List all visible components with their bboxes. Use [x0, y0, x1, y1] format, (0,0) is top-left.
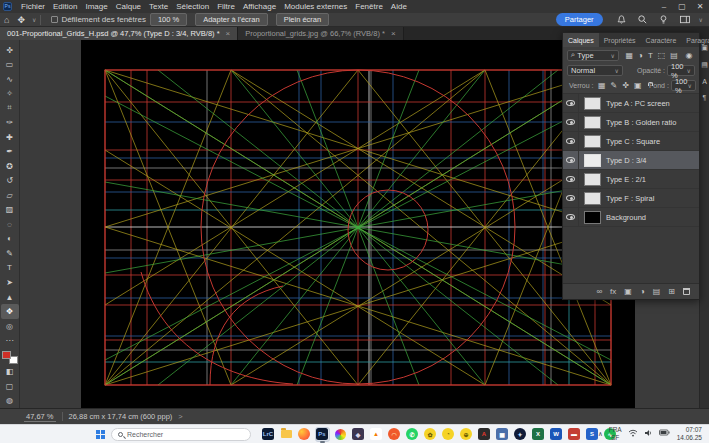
workspace-switcher-icon[interactable] [679, 14, 691, 25]
quick-mask-icon[interactable]: ◧ [1, 364, 19, 379]
link-layers-icon[interactable]: ∞ [596, 287, 602, 296]
layer-row[interactable]: Type D : 3/4 [563, 151, 699, 170]
lock-icon-0[interactable]: ▦ [598, 81, 606, 90]
menu-s-lection[interactable]: Sélection [172, 2, 213, 11]
layer-visibility-toggle[interactable] [563, 132, 579, 150]
panel-tab-propri-t-s[interactable]: Propriétés [599, 33, 641, 47]
fullscreen-button[interactable]: Plein écran [276, 13, 330, 26]
adjustment-layer-icon[interactable]: ◑ [640, 287, 645, 296]
app-explorer[interactable] [279, 427, 294, 442]
menu-calque[interactable]: Calque [112, 2, 145, 11]
app-vlc[interactable]: ▲ [369, 427, 384, 442]
layer-row[interactable]: Background [563, 208, 699, 227]
lock-icon-3[interactable]: ▣ [634, 81, 642, 90]
blend-mode-select[interactable]: Normal ∨ [567, 65, 623, 76]
app-dark-sphere[interactable]: ✦ [513, 427, 528, 442]
tab-close-icon[interactable]: × [226, 29, 231, 38]
search-icon[interactable] [637, 14, 648, 25]
layer-thumbnail[interactable] [584, 154, 601, 167]
layer-thumbnail[interactable] [584, 97, 601, 110]
panel-tab-caract-re[interactable]: Caractère [641, 33, 682, 47]
document-canvas[interactable] [81, 40, 635, 408]
app-firefox[interactable] [297, 427, 312, 442]
battery-icon[interactable] [659, 429, 670, 437]
path-selection-tool[interactable]: ➤ [1, 275, 19, 290]
app-acrobat[interactable]: A [477, 427, 492, 442]
layer-thumbnail[interactable] [584, 135, 601, 148]
status-zoom-field[interactable]: 47,67 % [24, 412, 56, 422]
filter-icon-2[interactable]: T [648, 51, 653, 60]
tool-preset-chevron-icon[interactable]: ∨ [32, 16, 36, 23]
document-tab-jpg[interactable]: Proportional_grids.jpg @ 66,7% (RVB/8) *… [238, 27, 403, 40]
layer-row[interactable]: Type A : PC screen [563, 94, 699, 113]
dodge-tool[interactable]: ◐ [1, 232, 19, 247]
layer-row[interactable]: Type F : Spiral [563, 189, 699, 208]
zoom-tool[interactable]: ◎ [1, 319, 19, 334]
discover-lightbulb-icon[interactable] [658, 14, 669, 25]
app-calculator[interactable]: ▦ [495, 427, 510, 442]
layer-row[interactable]: Type B : Golden ratio [563, 113, 699, 132]
hand-tool[interactable]: ✥ [1, 304, 19, 319]
menu-filtre[interactable]: Filtre [213, 2, 239, 11]
maximize-button[interactable]: ▢ [673, 0, 691, 13]
filter-icon-3[interactable]: ⬚ [658, 51, 666, 60]
layer-mask-icon[interactable]: ▣ [624, 287, 632, 296]
screen-mode-icon[interactable]: ▢ [1, 379, 19, 394]
eyedropper-tool[interactable]: ✑ [1, 116, 19, 131]
status-arrow-icon[interactable]: > [178, 412, 182, 421]
tab-close-icon[interactable]: × [391, 29, 396, 38]
wifi-icon[interactable] [628, 429, 638, 438]
brush-tool[interactable]: ✒ [1, 145, 19, 160]
panel-tab-calques[interactable]: Calques [563, 33, 599, 47]
layer-visibility-toggle[interactable] [563, 189, 579, 207]
foreground-background-swatches[interactable] [2, 351, 18, 365]
volume-icon[interactable] [644, 429, 653, 438]
layer-thumbnail[interactable] [584, 173, 601, 186]
layer-visibility-toggle[interactable] [563, 170, 579, 188]
zoom-100-button[interactable]: 100 % [150, 13, 187, 26]
delete-layer-icon[interactable] [683, 288, 690, 295]
menu-image[interactable]: Image [81, 2, 111, 11]
app-whatsapp[interactable]: ✆ [405, 427, 420, 442]
foreground-color-swatch[interactable] [2, 351, 11, 359]
filter-kind-dropdown[interactable]: ⌕ Type ∨ [567, 50, 619, 61]
home-icon[interactable]: ⌂ [0, 15, 13, 25]
document-tab-psd[interactable]: 001-Proportional_Grids_H.psd @ 47,7% (Ty… [0, 27, 238, 40]
pen-tool[interactable]: ✎ [1, 246, 19, 261]
layer-visibility-toggle[interactable] [563, 208, 579, 226]
layer-row[interactable]: Type C : Square [563, 132, 699, 151]
object-selection-tool[interactable]: ✧ [1, 87, 19, 102]
hand-tool-options-icon[interactable]: ✥ [13, 15, 29, 25]
start-button[interactable] [96, 430, 105, 439]
menu-modules-externes[interactable]: Modules externes [280, 2, 351, 11]
edit-toolbar-icon[interactable]: ⋯ [1, 333, 19, 348]
minimize-button[interactable]: – [655, 0, 673, 13]
layer-visibility-toggle[interactable] [563, 94, 579, 112]
move-tool[interactable]: ✜ [1, 43, 19, 58]
layer-row[interactable]: Type E : 2/1 [563, 170, 699, 189]
layer-effects-icon[interactable]: fx [610, 287, 616, 296]
workspace-chevron-icon[interactable]: ∨ [699, 16, 703, 23]
history-brush-tool[interactable]: ↺ [1, 174, 19, 189]
layer-thumbnail[interactable] [584, 116, 601, 129]
menu-affichage[interactable]: Affichage [239, 2, 280, 11]
menu-texte[interactable]: Texte [145, 2, 172, 11]
lock-icon-2[interactable]: ✜ [622, 81, 629, 90]
clock[interactable]: 07:07 14.06.25 [677, 426, 702, 440]
edit-in-icon[interactable]: ◍ [1, 393, 19, 408]
app-excel[interactable]: X [531, 427, 546, 442]
close-button[interactable]: ✕ [691, 0, 709, 13]
language-indicator[interactable]: FRASF [609, 426, 622, 440]
new-layer-icon[interactable]: ⊞ [668, 287, 675, 296]
app-photoshop[interactable]: Ps [315, 427, 330, 442]
lock-icon-1[interactable]: ✎ [611, 81, 618, 90]
filter-icon-1[interactable]: ◑ [638, 51, 643, 60]
panel-tab-paragraphe[interactable]: Paragraphe [681, 33, 709, 47]
app-word[interactable]: W [549, 427, 564, 442]
menu-edition[interactable]: Edition [49, 2, 81, 11]
fill-field[interactable]: 100 % ∨ [671, 80, 696, 91]
notifications-bell-icon[interactable] [616, 14, 627, 25]
app-red-tile[interactable]: ▬ [567, 427, 582, 442]
marquee-tool[interactable]: ▭ [1, 58, 19, 73]
eraser-tool[interactable]: ▱ [1, 188, 19, 203]
